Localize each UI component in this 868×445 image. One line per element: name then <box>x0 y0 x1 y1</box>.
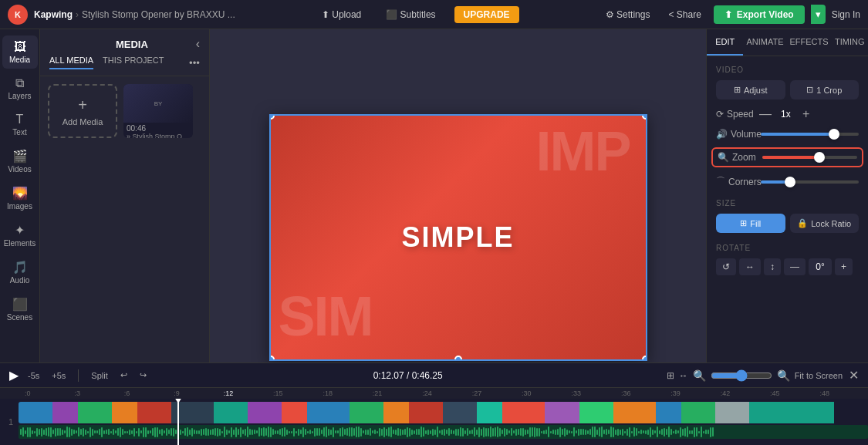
waveform-bar <box>677 430 679 433</box>
signin-button[interactable]: Sign In <box>832 9 860 20</box>
upgrade-button[interactable]: UPGRADE <box>454 6 519 23</box>
export-video-button[interactable]: ⬆ Export Video <box>714 5 805 24</box>
close-timeline-button[interactable]: ✕ <box>849 368 859 383</box>
segment-17[interactable] <box>545 402 579 423</box>
volume-thumb[interactable] <box>829 129 839 140</box>
sidebar-item-images[interactable]: 🌄 Images <box>2 181 38 215</box>
segment-19[interactable] <box>613 402 656 423</box>
fit-to-screen-button[interactable]: Fit to Screen <box>795 371 843 380</box>
sidebar-item-scenes[interactable]: ⬛ Scenes <box>2 292 38 326</box>
sidebar-item-text[interactable]: T Text <box>2 108 38 141</box>
waveform-bar <box>133 428 135 437</box>
resize-handle-bc[interactable] <box>454 356 462 361</box>
volume-row: 🔊 Volume <box>716 129 859 140</box>
zoom-in-icon: 🔍 <box>777 369 790 382</box>
fill-button[interactable]: ⊞ Fill <box>716 214 785 233</box>
segment-1[interactable] <box>19 402 52 423</box>
segment-3[interactable] <box>78 402 112 423</box>
waveform-bar <box>307 431 309 433</box>
resize-handle-tr[interactable] <box>642 114 647 120</box>
tab-all-media[interactable]: ALL MEDIA <box>49 56 93 69</box>
skip-back-button[interactable]: -5s <box>25 369 42 382</box>
speed-increase-button[interactable]: + <box>799 107 814 121</box>
waveform-bar <box>502 430 503 434</box>
export-dropdown-button[interactable]: ▾ <box>811 5 826 24</box>
ruler-mark-9: :9 <box>172 389 221 397</box>
redo-button[interactable]: ↪ <box>137 369 150 382</box>
rotate-ccw-button[interactable]: ↺ <box>716 258 736 275</box>
segment-13[interactable] <box>409 402 443 423</box>
waveform-bar <box>515 429 517 436</box>
segment-8[interactable] <box>248 402 282 423</box>
zoom-thumb[interactable] <box>814 152 825 163</box>
media-more-button[interactable]: ••• <box>189 56 200 69</box>
segment-11[interactable] <box>350 402 383 423</box>
waveform-bar <box>175 430 177 434</box>
crop-button[interactable]: ⊡ 1 Crop <box>790 80 860 99</box>
rotate-increase-button[interactable]: + <box>835 258 853 275</box>
settings-button[interactable]: ⚙ Settings <box>599 6 657 23</box>
sidebar-item-videos[interactable]: 🎬 Videos <box>2 144 38 178</box>
volume-slider[interactable] <box>761 133 859 136</box>
skip-forward-button[interactable]: +5s <box>49 369 69 382</box>
segment-14[interactable] <box>443 402 477 423</box>
sidebar-item-elements[interactable]: ✦ Elements <box>2 218 38 252</box>
sidebar-item-layers[interactable]: ⧉ Layers <box>2 72 38 105</box>
topbar: K Kapwing › Stylish Stomp Opener by BRAX… <box>0 0 868 29</box>
resize-handle-tl[interactable] <box>269 114 275 120</box>
segment-2[interactable] <box>52 402 78 423</box>
waveform-bar <box>532 427 533 437</box>
split-button[interactable]: Split <box>88 369 110 382</box>
segment-16[interactable] <box>502 402 545 423</box>
resize-handle-br[interactable] <box>642 356 647 361</box>
rotate-decrease-button[interactable]: — <box>784 258 806 275</box>
lock-ratio-button[interactable]: 🔒 Lock Ratio <box>790 214 860 233</box>
segment-15[interactable] <box>477 402 502 423</box>
rotate-flip-v-button[interactable]: ↕ <box>764 258 781 275</box>
subtitles-button[interactable]: ⬛ Subtitles <box>380 6 441 23</box>
segment-21[interactable] <box>681 402 715 423</box>
waveform-bar <box>423 427 424 437</box>
segment-9[interactable] <box>282 402 307 423</box>
upload-button[interactable]: ⬆ Upload <box>316 6 367 23</box>
waveform-bar <box>129 430 130 435</box>
timeline-zoom-slider[interactable] <box>711 369 772 382</box>
segment-7[interactable] <box>214 402 248 423</box>
segment-5[interactable] <box>137 402 171 423</box>
canvas[interactable]: IMP SIM SIMPLE <box>269 114 647 361</box>
play-button[interactable]: ▶ <box>9 368 19 383</box>
media-panel-collapse[interactable]: ‹ <box>196 37 200 51</box>
tab-timing[interactable]: TIMING <box>832 29 868 56</box>
segment-23[interactable] <box>749 402 834 423</box>
sidebar-item-audio[interactable]: 🎵 Audio <box>2 255 38 289</box>
segment-12[interactable] <box>383 402 409 423</box>
resize-handle-bl[interactable] <box>269 356 275 361</box>
tab-effects[interactable]: EFFECTS <box>786 29 831 56</box>
tab-edit[interactable]: EDIT <box>707 29 743 56</box>
undo-button[interactable]: ↩ <box>117 369 130 382</box>
canvas-wrapper: IMP SIM SIMPLE ↻ <box>269 114 647 361</box>
volume-icon: 🔊 <box>716 129 728 140</box>
tab-animate[interactable]: ANIMATE <box>743 29 786 56</box>
add-media-button[interactable]: + Add Media <box>48 84 117 138</box>
corners-slider[interactable] <box>761 180 859 184</box>
segment-20[interactable] <box>656 402 681 423</box>
segment-22[interactable] <box>715 402 749 423</box>
media-thumbnail[interactable]: BY 00:46 » Stylish Stomp O... <box>123 84 193 138</box>
rotate-flip-h-button[interactable]: ↔ <box>739 258 761 275</box>
segment-18[interactable] <box>579 402 613 423</box>
sidebar-item-media[interactable]: 🖼 Media <box>2 35 38 69</box>
speed-row: ⟳ Speed — 1x + <box>716 107 859 121</box>
waveform-bar <box>140 430 142 433</box>
segment-4[interactable] <box>112 402 137 423</box>
zoom-slider[interactable] <box>762 156 857 159</box>
waveform-bar <box>638 431 640 433</box>
tab-this-project[interactable]: THIS PROJECT <box>103 56 164 69</box>
adjust-button[interactable]: ⊞ Adjust <box>716 80 785 99</box>
share-button[interactable]: < Share <box>662 6 707 23</box>
segment-10[interactable] <box>307 402 350 423</box>
corners-thumb[interactable] <box>785 177 795 187</box>
waveform-bar <box>402 430 404 435</box>
speed-decrease-button[interactable]: — <box>758 107 773 121</box>
waveform-bar <box>659 430 660 434</box>
